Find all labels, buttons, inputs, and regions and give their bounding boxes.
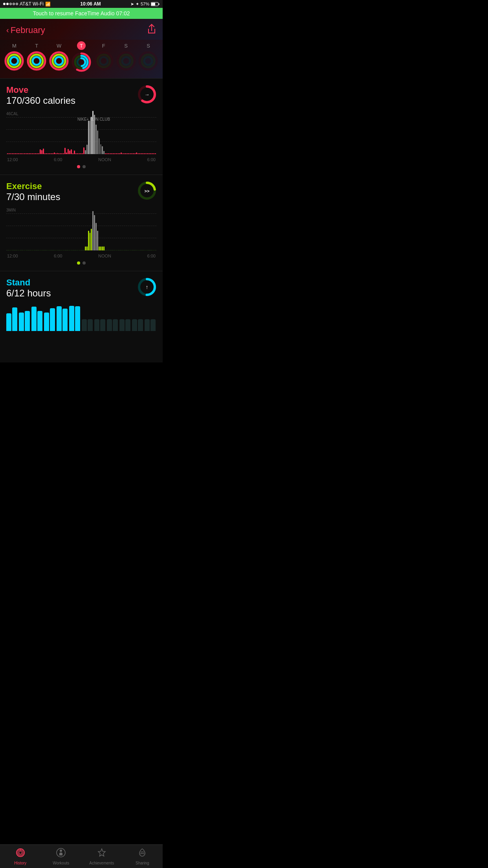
stand-bar xyxy=(37,311,42,331)
exercise-bar xyxy=(144,250,145,250)
dot-2 xyxy=(6,3,9,5)
move-bar xyxy=(12,153,13,154)
exercise-bar xyxy=(61,250,62,250)
exercise-bar xyxy=(7,250,8,250)
move-bar xyxy=(61,153,62,154)
stand-hour-pair xyxy=(44,308,55,331)
day-sunday[interactable]: S xyxy=(138,43,158,71)
exercise-bar xyxy=(85,246,86,250)
exercise-bar xyxy=(10,250,11,250)
move-bar xyxy=(131,153,132,154)
share-button[interactable] xyxy=(147,24,156,37)
exercise-bar xyxy=(27,250,28,250)
ex-x-label-noon: NOON xyxy=(98,254,111,258)
exercise-bar xyxy=(46,250,47,250)
stand-bar xyxy=(125,319,130,331)
exercise-bar xyxy=(37,250,38,250)
stand-bar xyxy=(94,319,99,331)
move-bar xyxy=(43,149,44,154)
exercise-bar xyxy=(75,250,77,250)
exercise-bar xyxy=(33,250,35,250)
exercise-bar xyxy=(66,250,67,250)
exercise-bar xyxy=(15,250,16,250)
move-bar xyxy=(142,153,143,154)
exercise-bar xyxy=(100,246,101,250)
exercise-bar xyxy=(128,250,129,250)
signal-dots xyxy=(3,3,18,5)
day-thursday[interactable]: T xyxy=(72,41,91,72)
x-label-1800: 6:00 xyxy=(147,157,156,162)
move-bar xyxy=(82,153,83,154)
stand-value: 6/12 hours xyxy=(6,288,51,299)
day-label-fri: F xyxy=(102,43,105,49)
exercise-bar xyxy=(72,250,73,250)
exercise-bar xyxy=(83,250,84,250)
svg-point-29 xyxy=(100,57,108,65)
day-saturday[interactable]: S xyxy=(116,43,136,71)
exercise-bar xyxy=(55,250,57,250)
exercise-bar xyxy=(102,246,103,250)
exercise-bar xyxy=(134,250,136,250)
battery-label: 57% xyxy=(141,2,149,6)
move-bar xyxy=(83,147,84,154)
move-bar xyxy=(97,131,98,154)
move-bar xyxy=(18,153,19,154)
stand-bar xyxy=(113,319,118,331)
svg-point-32 xyxy=(122,57,130,65)
exercise-bar xyxy=(18,250,19,250)
svg-text:→: → xyxy=(145,92,150,97)
move-bar xyxy=(108,153,109,154)
exercise-title: Exercise xyxy=(6,181,60,191)
exercise-bar xyxy=(103,246,105,250)
exercise-ring-icon[interactable]: >> xyxy=(138,181,156,200)
move-dot-2 xyxy=(83,165,86,168)
week-calendar: M T W xyxy=(0,40,163,78)
day-tuesday[interactable]: T xyxy=(27,43,46,71)
move-x-labels: 12:00 6:00 NOON 6:00 xyxy=(6,157,156,162)
dot-3 xyxy=(9,3,12,5)
stand-bar xyxy=(88,319,93,331)
move-bar xyxy=(125,153,126,154)
move-bar xyxy=(119,153,120,154)
stand-hour-pair xyxy=(145,319,156,331)
move-bar xyxy=(57,153,58,154)
day-friday[interactable]: F xyxy=(94,43,114,71)
move-bar xyxy=(58,153,59,154)
exercise-bar xyxy=(82,250,83,250)
x-label-noon: NOON xyxy=(98,157,111,162)
back-button[interactable]: ‹ February xyxy=(6,25,45,35)
stand-bar xyxy=(138,319,143,331)
day-wednesday[interactable]: W xyxy=(49,43,69,71)
move-bar xyxy=(139,153,140,154)
stand-hour-pair xyxy=(107,319,118,331)
exercise-bar xyxy=(88,231,89,250)
facetime-banner[interactable]: Touch to resume FaceTime Audio 07:02 xyxy=(0,8,163,19)
move-bar xyxy=(114,153,116,154)
move-bar xyxy=(102,146,103,154)
move-bar xyxy=(106,153,108,154)
exercise-bar xyxy=(152,250,153,250)
exercise-bar xyxy=(116,250,117,250)
move-bar xyxy=(150,153,151,154)
day-monday[interactable]: M xyxy=(4,43,24,71)
move-header: Move 170/360 calories → xyxy=(6,85,156,109)
ex-x-label-600: 6:00 xyxy=(54,254,62,258)
stand-ring-icon[interactable]: ↑ xyxy=(138,278,156,296)
move-value: 170/360 calories xyxy=(6,95,75,106)
dot-4 xyxy=(13,3,15,5)
move-bar xyxy=(141,153,142,154)
stand-bar xyxy=(119,319,125,331)
exercise-bar xyxy=(79,250,80,250)
back-chevron-icon: ‹ xyxy=(6,26,9,35)
move-bar xyxy=(136,153,137,154)
battery-icon xyxy=(151,2,160,6)
exercise-bar xyxy=(43,250,44,250)
exercise-bar xyxy=(121,250,122,250)
exercise-bar xyxy=(23,250,24,250)
exercise-bar xyxy=(80,250,81,250)
exercise-bar xyxy=(60,250,61,250)
move-bar xyxy=(144,153,145,154)
move-ring-icon[interactable]: → xyxy=(138,85,156,104)
stand-hour-pair xyxy=(31,307,42,331)
exercise-bar xyxy=(71,250,72,250)
